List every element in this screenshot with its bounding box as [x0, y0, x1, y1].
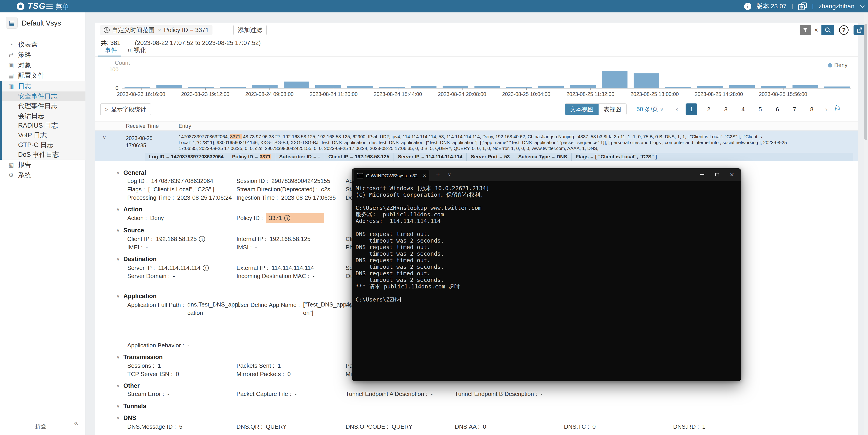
- collapse-arrows-icon[interactable]: «: [74, 418, 78, 427]
- chart-bar[interactable]: [538, 86, 564, 88]
- field-value: -: [146, 244, 148, 251]
- tab-dropdown-icon[interactable]: ∨: [448, 172, 451, 177]
- log-row-selected[interactable]: ∨ 2023-08-25 17:06:35 147087839770863206…: [95, 131, 858, 161]
- page-button[interactable]: 1: [686, 103, 698, 115]
- user-menu[interactable]: zhangzhihan: [818, 3, 855, 10]
- version-info-icon[interactable]: i: [744, 3, 751, 10]
- page-button[interactable]: 4: [737, 103, 749, 115]
- terminal-tab[interactable]: C:\WINDOWS\system32\cmd. ×: [354, 170, 429, 181]
- chart-bar[interactable]: [697, 86, 723, 88]
- add-filter-button[interactable]: 添加过滤: [233, 25, 267, 35]
- show-field-stats-button[interactable]: >显示字段统计: [100, 103, 151, 115]
- sidebar-subitem[interactable]: 代理事件日志: [0, 101, 86, 111]
- sidebar-item[interactable]: ▧ 报告: [0, 160, 86, 170]
- close-window-button[interactable]: ×: [724, 168, 739, 181]
- page-button[interactable]: 5: [754, 103, 766, 115]
- filter-funnel-button[interactable]: [800, 25, 811, 35]
- maximize-button[interactable]: [710, 168, 724, 181]
- terminal-output[interactable]: Microsoft Windows [版本 10.0.22621.2134](c…: [352, 181, 741, 381]
- chart-bar[interactable]: [347, 86, 373, 88]
- sidebar-item[interactable]: ⚙ 系统: [0, 170, 86, 180]
- help-button[interactable]: ?: [839, 25, 848, 35]
- info-icon[interactable]: i: [199, 236, 205, 242]
- prev-page-button[interactable]: ‹: [674, 106, 680, 113]
- sidebar-subitem[interactable]: 会话日志: [0, 111, 86, 121]
- sidebar-subitem[interactable]: VoIP 日志: [0, 130, 86, 140]
- page-button[interactable]: 7: [789, 103, 800, 115]
- page-button[interactable]: 8: [806, 103, 817, 115]
- pin-icon[interactable]: ⚐: [833, 103, 842, 114]
- field-value: QUERY: [266, 423, 287, 430]
- sidebar-subitem[interactable]: RADIUS 日志: [0, 121, 86, 130]
- sidebar-item[interactable]: ▣ 对象: [0, 60, 86, 70]
- detail-section-header[interactable]: ∨ Transmission: [116, 353, 163, 361]
- close-tab-icon[interactable]: ×: [423, 173, 426, 179]
- page-button[interactable]: 2: [703, 103, 715, 115]
- sidebar-subitem[interactable]: GTP-C 日志: [0, 140, 86, 150]
- table-view-button[interactable]: 表视图: [598, 104, 626, 115]
- detail-section-header[interactable]: ∨ General: [116, 169, 146, 177]
- search-button[interactable]: [822, 25, 834, 35]
- x-tick-label: 2023-08-24 09:08:00: [245, 89, 293, 95]
- cmd-terminal-window[interactable]: C:\WINDOWS\system32\cmd. × + ∨ × Microso…: [352, 168, 741, 381]
- detail-section-header[interactable]: ∨ Application: [116, 292, 157, 300]
- chart-bar[interactable]: [252, 85, 278, 88]
- time-range-chip[interactable]: 自定义时间范围: [100, 25, 158, 35]
- detail-field: Tunnel Endpoint A Description-: [346, 391, 455, 398]
- chart-bar[interactable]: [633, 73, 659, 88]
- scrollbar-thumb[interactable]: [864, 24, 867, 140]
- tab-visualization[interactable]: 可视化: [127, 46, 146, 58]
- sidebar-item[interactable]: ▤ 配置文件: [0, 70, 86, 81]
- chart-bar[interactable]: [156, 85, 182, 88]
- chart-bar[interactable]: [411, 86, 437, 88]
- detail-section-header[interactable]: ∨ Source: [116, 226, 144, 234]
- filter-field: Policy ID: [164, 27, 188, 34]
- layers-icon: ▤: [6, 17, 18, 29]
- terminal-title-bar[interactable]: C:\WINDOWS\system32\cmd. × + ∨ ×: [352, 168, 741, 181]
- sidebar-subitem[interactable]: 安全事件日志: [0, 92, 86, 101]
- chart-bar[interactable]: [761, 86, 786, 88]
- terminal-line: DNS request timed out.: [355, 231, 741, 237]
- language-switch-icon[interactable]: 中: [798, 2, 807, 10]
- chart-bar[interactable]: [474, 86, 500, 88]
- sidebar-item-logs[interactable]: ▥ 日志: [0, 81, 86, 92]
- detail-section-header[interactable]: ∨ Tunnels: [116, 402, 146, 410]
- policy-filter-chip[interactable]: × Policy ID = 3371: [154, 25, 213, 35]
- export-button[interactable]: [854, 25, 865, 35]
- text-view-button[interactable]: 文本视图: [565, 104, 598, 115]
- detail-section-header[interactable]: ∨ Other: [116, 382, 140, 390]
- minimize-button[interactable]: [694, 168, 710, 181]
- new-tab-button[interactable]: +: [436, 171, 440, 179]
- detail-section-header[interactable]: ∨ Action: [116, 205, 143, 213]
- sidebar-item[interactable]: ◔ 仪表盘: [0, 39, 86, 50]
- remove-filter-icon[interactable]: ×: [158, 27, 161, 34]
- field-label: TCP Server ISN: [127, 371, 169, 377]
- chart-bar[interactable]: [570, 86, 596, 88]
- chart-bar[interactable]: [729, 86, 755, 88]
- detail-section-header[interactable]: ∨ Destination: [116, 255, 157, 263]
- chart-bar[interactable]: [793, 86, 818, 88]
- chart-bar[interactable]: [602, 71, 627, 88]
- page-button[interactable]: 3: [720, 103, 732, 115]
- field-value: 0: [176, 371, 179, 377]
- chart-bar[interactable]: [442, 86, 468, 88]
- info-icon[interactable]: i: [203, 265, 209, 271]
- hamburger-menu-icon[interactable]: [46, 4, 53, 9]
- page-button[interactable]: 6: [772, 103, 783, 115]
- sidebar-item[interactable]: ⇄ 策略: [0, 50, 86, 60]
- sidebar-subitem[interactable]: DoS 事件日志: [0, 150, 86, 160]
- row-expand-icon[interactable]: ∨: [102, 134, 106, 140]
- next-page-button[interactable]: ›: [823, 106, 830, 113]
- menu-button[interactable]: 菜单: [56, 2, 69, 11]
- field-value: c2s: [321, 186, 330, 193]
- collapse-sidebar-button[interactable]: 折叠: [35, 423, 46, 430]
- detail-section-header[interactable]: ∨ DNS: [116, 414, 136, 422]
- chart-bar[interactable]: [284, 81, 309, 88]
- info-icon[interactable]: i: [284, 215, 290, 221]
- clear-filter-button[interactable]: ×: [811, 25, 822, 35]
- page-size-select[interactable]: 50 条/页∨: [637, 105, 663, 113]
- time-range-text: (2023-08-22 17:07:52 to 2023-08-25 17:07…: [135, 39, 261, 46]
- chart-bar[interactable]: [315, 85, 341, 88]
- vsys-selector[interactable]: ▤ Default Vsys: [0, 17, 86, 31]
- chevron-down-icon[interactable]: [860, 3, 865, 8]
